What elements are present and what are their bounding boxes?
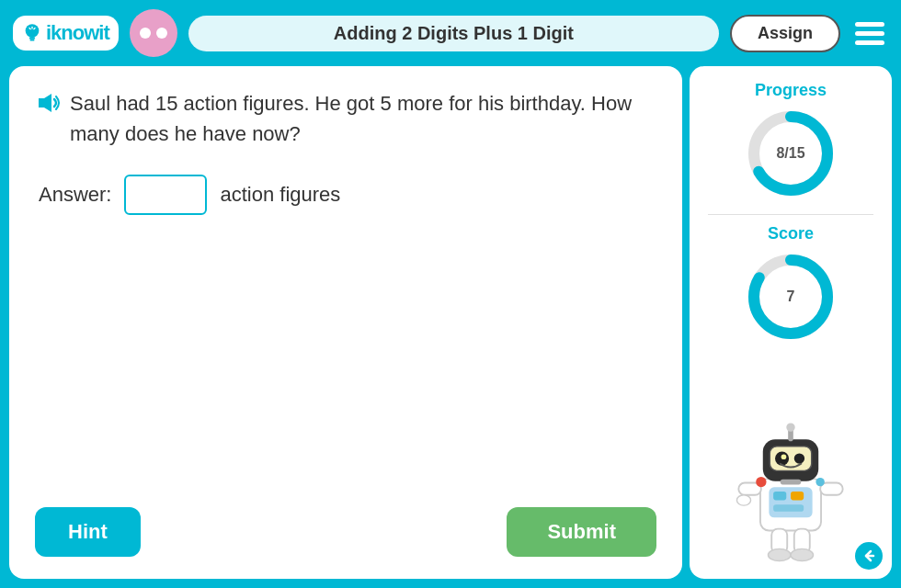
answer-label: Answer:	[39, 183, 111, 207]
svg-line-5	[34, 28, 35, 29]
main-area: Saul had 15 action figures. He got 5 mor…	[0, 66, 901, 588]
svg-rect-2	[30, 40, 35, 41]
question-text: Saul had 15 action figures. He got 5 mor…	[70, 88, 656, 149]
header: iknowit Adding 2 Digits Plus 1 Digit Ass…	[0, 0, 901, 66]
avatar	[130, 9, 177, 57]
question-container: Saul had 15 action figures. He got 5 mor…	[35, 88, 656, 149]
logo-bulb-icon	[22, 23, 42, 43]
svg-point-0	[26, 24, 40, 38]
svg-point-30	[791, 548, 814, 560]
hamburger-bar-3	[855, 40, 884, 45]
sidebar: Progress 8/15 Score	[690, 66, 892, 579]
speaker-icon[interactable]	[35, 90, 61, 123]
robot-character-icon	[726, 413, 855, 570]
avatar-dot-2	[156, 28, 167, 39]
answer-row: Answer: action figures	[39, 175, 656, 215]
hamburger-bar-2	[855, 31, 884, 36]
bottom-buttons: Hint Submit	[35, 489, 656, 557]
hamburger-bar-1	[855, 22, 884, 27]
score-donut: 7	[745, 251, 837, 343]
svg-point-31	[756, 477, 766, 487]
avatar-decoration	[140, 28, 167, 39]
divider-1	[708, 214, 873, 215]
svg-marker-6	[39, 94, 51, 112]
score-value: 7	[787, 288, 795, 305]
svg-point-26	[736, 495, 750, 505]
progress-donut: 8/15	[745, 107, 837, 199]
svg-point-20	[781, 454, 787, 459]
hamburger-menu-button[interactable]	[851, 18, 888, 49]
robot-area	[726, 352, 855, 570]
svg-rect-14	[791, 492, 804, 500]
assign-button[interactable]: Assign	[730, 15, 840, 52]
svg-rect-1	[29, 37, 35, 39]
answer-input[interactable]	[124, 175, 207, 215]
hint-button[interactable]: Hint	[35, 507, 141, 557]
progress-label: Progress	[755, 81, 827, 100]
answer-suffix: action figures	[220, 183, 340, 207]
avatar-dot-1	[140, 28, 151, 39]
svg-point-29	[768, 548, 791, 560]
lesson-title: Adding 2 Digits Plus 1 Digit	[188, 16, 719, 51]
submit-button[interactable]: Submit	[507, 507, 656, 557]
score-section: Score 7	[699, 224, 883, 343]
content-panel: Saul had 15 action figures. He got 5 mor…	[9, 66, 682, 579]
svg-rect-15	[773, 504, 804, 512]
svg-line-4	[29, 28, 30, 29]
progress-value: 8/15	[776, 145, 804, 162]
progress-section: Progress 8/15	[699, 81, 883, 199]
logo-text: iknowit	[46, 21, 109, 45]
svg-rect-13	[773, 492, 786, 500]
svg-point-22	[786, 423, 794, 431]
svg-point-32	[815, 478, 824, 486]
score-label: Score	[768, 224, 814, 243]
back-arrow-button[interactable]	[855, 542, 883, 570]
svg-rect-23	[781, 480, 802, 485]
logo: iknowit	[13, 16, 119, 51]
svg-point-19	[794, 453, 804, 463]
